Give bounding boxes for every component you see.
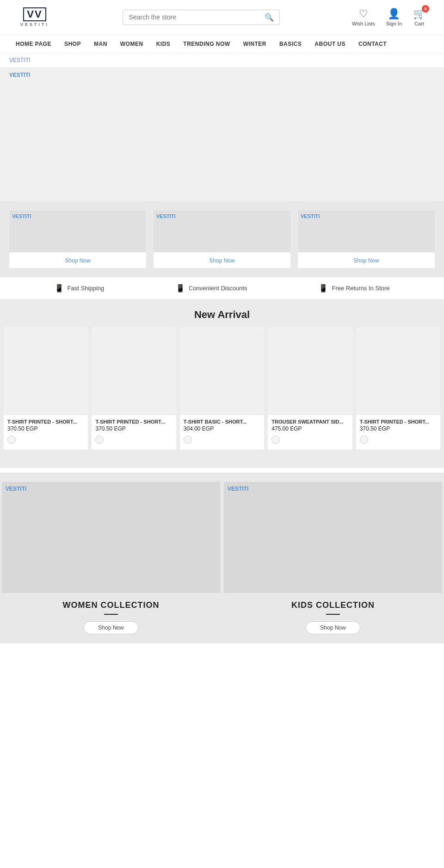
product-price-2: 304.00 EGP [184,425,260,432]
feature-item-1: 📱 Convenient Discounts [176,284,247,293]
product-swatch-3 [268,434,352,450]
promo-section: VESTITI Shop Now VESTITI Shop Now VESTIT… [0,201,444,277]
nav-item-shop[interactable]: SHOP [58,35,87,53]
product-info-0: T-SHIRT PRINTED - SHORT... 370.50 EGP [4,415,88,434]
feature-label-1: Convenient Discounts [189,285,247,292]
nav-item-home-page[interactable]: HOME PAGE [9,35,58,53]
cart-icon: 🛒 0 [413,8,426,20]
promo-card-img-2: VESTITI [298,211,435,252]
collection-divider-0 [104,614,118,615]
hero-brand: VESTITI [9,72,30,78]
wishlist-button[interactable]: ♡ Wish Lists [352,8,375,26]
nav-item-man[interactable]: MAN [87,35,114,53]
product-swatch-2 [180,434,264,450]
product-swatch-0 [4,434,88,450]
feature-label-2: Free Returns In Store [332,285,389,292]
product-price-4: 370.50 EGP [360,425,437,432]
product-card-1[interactable]: T-SHIRT PRINTED - SHORT... 370.50 EGP [92,327,176,450]
feature-icon-2: 📱 [319,284,328,293]
promo-card-0: VESTITI Shop Now [9,211,146,268]
promo-brand-0: VESTITI [12,213,31,219]
feature-item-2: 📱 Free Returns In Store [319,284,389,293]
product-img-1 [92,327,176,415]
feature-icon-1: 📱 [176,284,185,293]
logo-name: VESTITI [20,22,49,27]
collections-section: VESTITI WOMEN COLLECTION Shop Now VESTIT… [0,473,444,643]
breadcrumb-text: VESTITI [9,57,30,63]
feature-label-0: Fast Shipping [68,285,105,292]
promo-shop-now-0[interactable]: Shop Now [65,257,90,264]
collection-card-0: VESTITI WOMEN COLLECTION Shop Now [2,482,220,634]
logo-icon: VV [23,7,46,21]
nav-item-women[interactable]: WOMEN [114,35,150,53]
spacer [0,459,444,468]
promo-shop-now-2[interactable]: Shop Now [353,257,379,264]
product-swatch-1 [92,434,176,450]
search-bar: 🔍 [123,10,280,25]
promo-brand-1: VESTITI [156,213,176,219]
collection-img-1: VESTITI [224,482,442,593]
collection-shop-now-1[interactable]: Shop Now [306,621,360,634]
cart-button[interactable]: 🛒 0 Cart [413,8,426,26]
product-info-1: T-SHIRT PRINTED - SHORT... 370.50 EGP [92,415,176,434]
product-name-1: T-SHIRT PRINTED - SHORT... [95,419,172,425]
main-nav: HOME PAGESHOPMANWOMENKIDSTRENDING NOWWIN… [0,35,444,53]
feature-icon-0: 📱 [55,284,64,293]
signin-button[interactable]: 👤 Sign In [386,8,402,26]
nav-item-kids[interactable]: KIDS [150,35,177,53]
hero-banner: VESTITI [0,67,444,201]
nav-item-trending-now[interactable]: TRENDING NOW [177,35,236,53]
breadcrumb: VESTITI [0,53,444,67]
collection-img-0: VESTITI [2,482,220,593]
product-name-3: TROUSER SWEATPANT SID... [271,419,348,425]
product-info-3: TROUSER SWEATPANT SID... 475.00 EGP [268,415,352,434]
logo[interactable]: VV VESTITI [18,7,51,27]
search-icon[interactable]: 🔍 [265,13,274,22]
collection-brand-0: VESTITI [6,486,26,492]
promo-card-img-1: VESTITI [154,211,290,252]
search-input[interactable] [129,13,265,21]
product-name-4: T-SHIRT PRINTED - SHORT... [360,419,437,425]
product-name-2: T-SHIRT BASIC - SHORT... [184,419,260,425]
product-img-3 [268,327,352,415]
product-info-2: T-SHIRT BASIC - SHORT... 304.00 EGP [180,415,264,434]
swatch-circle-3[interactable] [271,436,280,444]
collection-brand-1: VESTITI [228,486,248,492]
product-img-4 [356,327,440,415]
product-card-0[interactable]: T-SHIRT PRINTED - SHORT... 370.50 EGP [4,327,88,450]
swatch-circle-4[interactable] [360,436,368,444]
site-header: VV VESTITI 🔍 ♡ Wish Lists 👤 Sign In 🛒 0 … [0,0,444,35]
header-actions: ♡ Wish Lists 👤 Sign In 🛒 0 Cart [352,8,426,26]
nav-item-contact[interactable]: CONTACT [352,35,393,53]
collection-divider-1 [326,614,340,615]
wishlist-label: Wish Lists [352,21,375,26]
promo-brand-2: VESTITI [301,213,320,219]
nav-item-about-us[interactable]: ABOUT US [308,35,352,53]
product-img-2 [180,327,264,415]
product-card-3[interactable]: TROUSER SWEATPANT SID... 475.00 EGP [268,327,352,450]
nav-item-winter[interactable]: WINTER [237,35,273,53]
swatch-circle-1[interactable] [95,436,104,444]
user-icon: 👤 [388,8,400,20]
cart-label: Cart [414,21,424,26]
promo-card-1: VESTITI Shop Now [154,211,290,268]
promo-card-footer-0: Shop Now [9,252,146,268]
product-price-3: 475.00 EGP [271,425,348,432]
cart-count: 0 [422,5,429,12]
promo-shop-now-1[interactable]: Shop Now [209,257,234,264]
products-row: T-SHIRT PRINTED - SHORT... 370.50 EGP T-… [0,327,444,459]
product-card-2[interactable]: T-SHIRT BASIC - SHORT... 304.00 EGP [180,327,264,450]
product-price-1: 370.50 EGP [95,425,172,432]
swatch-circle-0[interactable] [7,436,16,444]
collection-shop-now-0[interactable]: Shop Now [84,621,138,634]
swatch-circle-2[interactable] [184,436,192,444]
product-price-0: 370.50 EGP [7,425,84,432]
collection-card-1: VESTITI KIDS COLLECTION Shop Now [224,482,442,634]
product-card-4[interactable]: T-SHIRT PRINTED - SHORT... 370.50 EGP [356,327,440,450]
nav-item-basics[interactable]: BASICS [273,35,308,53]
product-swatch-4 [356,434,440,450]
feature-item-0: 📱 Fast Shipping [55,284,105,293]
signin-label: Sign In [386,21,402,26]
heart-icon: ♡ [359,8,368,20]
new-arrival-title: New Arrival [0,300,444,327]
